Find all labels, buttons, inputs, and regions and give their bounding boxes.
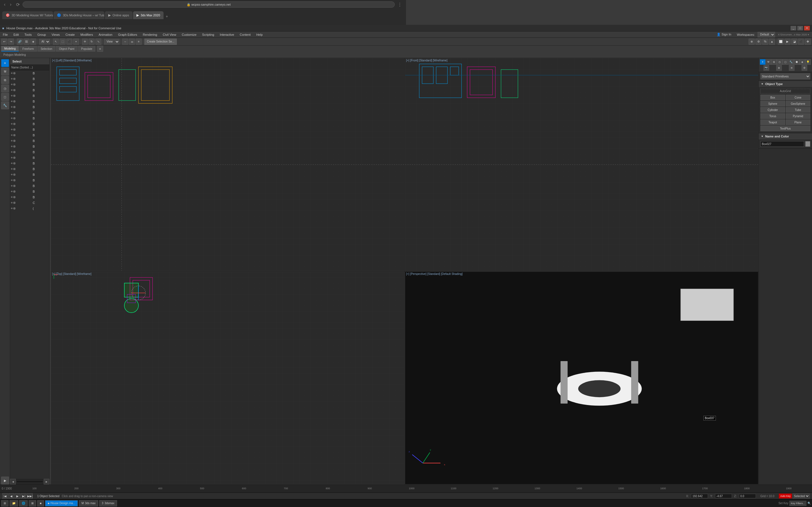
- vis-row-15: 👁: [10, 149, 33, 155]
- menu-group[interactable]: Group: [35, 32, 49, 38]
- tab-3[interactable]: ▶ Online apps: [105, 11, 133, 19]
- list-item[interactable]: (: [33, 206, 49, 211]
- view-select[interactable]: View: [104, 39, 119, 45]
- sidebar-header: Select: [10, 58, 49, 65]
- menu-modifiers[interactable]: Modifiers: [78, 32, 96, 38]
- list-item[interactable]: B: [33, 104, 49, 110]
- list-item[interactable]: B: [33, 115, 49, 121]
- list-item[interactable]: B: [33, 70, 49, 76]
- menu-animation[interactable]: Animation: [96, 32, 115, 38]
- list-item[interactable]: B: [33, 183, 49, 189]
- select-button[interactable]: ↖: [53, 39, 59, 45]
- list-item[interactable]: B: [33, 99, 49, 104]
- new-tab-button[interactable]: +: [164, 13, 170, 19]
- list-item[interactable]: B: [33, 166, 49, 172]
- back-button[interactable]: ‹: [2, 1, 7, 8]
- vis-row-17: 👁: [10, 161, 33, 166]
- unlink-button[interactable]: ⛓: [23, 39, 30, 45]
- vis-row-25: 👁: [10, 206, 33, 211]
- tab-2[interactable]: 🔵 3Ds Modeling House – w/ Tutorial (MTV …: [54, 11, 104, 19]
- visibility-rows: .vis-row { height:20px; display:flex; al…: [10, 70, 33, 211]
- list-item[interactable]: B: [33, 155, 49, 161]
- redo-button[interactable]: ↪: [8, 39, 14, 45]
- list-item[interactable]: B: [33, 194, 49, 200]
- menu-scripting[interactable]: Scripting: [199, 32, 217, 38]
- viewport-front-canvas: [405, 58, 406, 253]
- menu-file[interactable]: File: [0, 32, 11, 38]
- menu-rendering[interactable]: Rendering: [140, 32, 160, 38]
- list-item[interactable]: B: [33, 132, 49, 138]
- motion-tool[interactable]: ◷: [1, 84, 9, 93]
- undo-button[interactable]: ↩: [1, 39, 7, 45]
- list-item[interactable]: B: [33, 87, 49, 93]
- menu-content[interactable]: Content: [237, 32, 253, 38]
- list-item[interactable]: B: [33, 189, 49, 194]
- align-button[interactable]: ⚌: [129, 39, 135, 45]
- address-bar[interactable]: 🔒 wcpss-samphire.cameyo.net: [22, 1, 395, 8]
- app-title: House Design.max - Autodesk 3ds Max 2020…: [6, 26, 406, 30]
- menu-civil-view[interactable]: Civil View: [160, 32, 179, 38]
- toolbar-separator-7: [143, 39, 143, 44]
- menu-graph-editors[interactable]: Graph Editors: [115, 32, 140, 38]
- link-button[interactable]: 🔗: [17, 39, 23, 45]
- tab-freeform[interactable]: Freeform: [19, 46, 37, 52]
- scale-button[interactable]: ⤡: [95, 39, 101, 45]
- main-toolbar: ↩ ↪ 🔗 ⛓ ◈ All ↖ ⬚ ⬛ ⌖ ✛ ↻ ⤡ View ↔ ⚌ ≡ C…: [0, 38, 406, 46]
- layer-button[interactable]: ≡: [136, 39, 142, 45]
- name-col: B B B B B B B B B B B B B: [33, 70, 49, 253]
- tab-modeling[interactable]: Modeling: [1, 46, 19, 52]
- rotate-button[interactable]: ↻: [89, 39, 95, 45]
- settings-button[interactable]: ⋮: [396, 1, 404, 8]
- svg-rect-0: [51, 58, 404, 253]
- move-button[interactable]: ✛: [82, 39, 88, 45]
- menu-views[interactable]: Views: [49, 32, 63, 38]
- tab-populate[interactable]: Populate: [78, 46, 95, 52]
- vis-row-4: 👁: [10, 87, 33, 93]
- list-item[interactable]: B: [33, 110, 49, 115]
- list-item[interactable]: B: [33, 127, 49, 132]
- select-region-button[interactable]: ⬚: [59, 39, 66, 45]
- sub-toolbar-row-1: Modeling Freeform Selection Object Paint…: [0, 46, 406, 52]
- more-tabs-button[interactable]: ≡: [97, 46, 103, 52]
- list-item[interactable]: B: [33, 121, 49, 127]
- reload-button[interactable]: ⟳: [14, 1, 21, 8]
- list-item[interactable]: B: [33, 172, 49, 177]
- menu-customize[interactable]: Customize: [179, 32, 199, 38]
- bind-button[interactable]: ◈: [30, 39, 36, 45]
- menu-interactive[interactable]: Interactive: [217, 32, 237, 38]
- list-item[interactable]: B: [33, 161, 49, 166]
- create-selection-button[interactable]: Create Selection Se...: [144, 39, 177, 45]
- tab-2-icon: 🔵: [57, 13, 61, 17]
- filter-select[interactable]: All: [39, 39, 50, 45]
- mirror-button[interactable]: ↔: [122, 39, 128, 45]
- sidebar-filter[interactable]: Name (Sorted ...): [10, 65, 49, 70]
- hierarchy-tool[interactable]: ⧉: [1, 76, 9, 84]
- viewport-left[interactable]: [+] [Left] [Standard] [Wireframe]: [51, 58, 405, 253]
- list-item[interactable]: C: [33, 200, 49, 206]
- tab-selection[interactable]: Selection: [38, 46, 55, 52]
- forward-button[interactable]: ›: [8, 1, 13, 8]
- list-item[interactable]: B: [33, 138, 49, 144]
- list-item[interactable]: B: [33, 93, 49, 99]
- tab-4[interactable]: ▶ 3ds Max 2020: [133, 11, 163, 19]
- tab-3-icon: ▶: [108, 13, 111, 17]
- list-item[interactable]: B: [33, 177, 49, 183]
- create-tool[interactable]: ✦: [1, 59, 9, 67]
- menu-create[interactable]: Create: [63, 32, 78, 38]
- lasso-button[interactable]: ⌖: [73, 39, 79, 45]
- display-tool[interactable]: ◻: [1, 93, 9, 101]
- utilities-tool[interactable]: 🔧: [1, 101, 9, 109]
- modify-tool[interactable]: ⚒: [1, 68, 9, 75]
- viewport-front[interactable]: [+] [Front] [Standard] [Wireframe]: [405, 58, 406, 253]
- list-item[interactable]: B: [33, 144, 49, 149]
- menu-help[interactable]: Help: [253, 32, 266, 38]
- list-item[interactable]: B: [33, 76, 49, 82]
- menu-edit[interactable]: Edit: [11, 32, 22, 38]
- menu-tools[interactable]: Tools: [22, 32, 35, 38]
- select-region-2-button[interactable]: ⬛: [66, 39, 72, 45]
- vis-row-23: 👁: [10, 194, 33, 200]
- list-item[interactable]: B: [33, 149, 49, 155]
- tab-1[interactable]: 🎯 3D Modeling House W/ Tutorial: [2, 11, 53, 19]
- list-item[interactable]: B: [33, 82, 49, 87]
- tab-object-paint[interactable]: Object Paint: [56, 46, 77, 52]
